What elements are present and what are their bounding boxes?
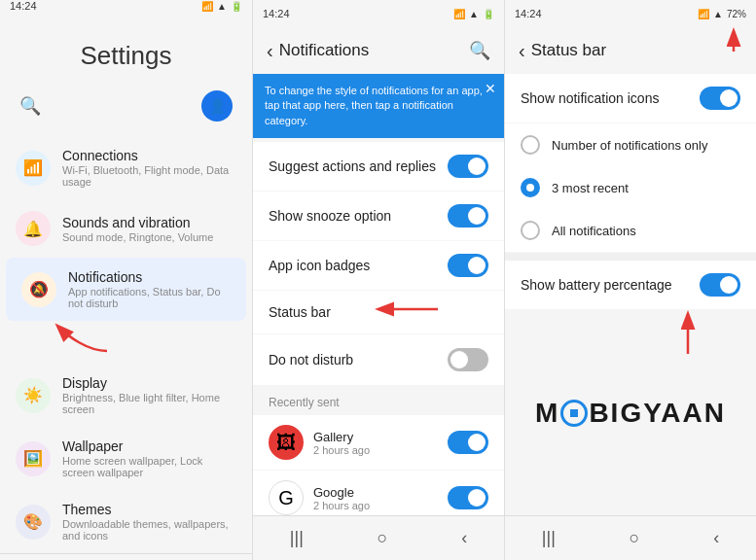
battery-pct-3: 72% <box>727 9 746 19</box>
bottom-nav-1: ||| ○ ‹ <box>0 553 252 560</box>
status-bar-menu-item[interactable]: Status bar <box>253 291 504 333</box>
statusbar-header-title: Status bar <box>531 41 607 60</box>
header-left: ‹ Notifications <box>267 40 369 62</box>
nav-home-3[interactable]: ○ <box>610 524 660 552</box>
radio-3-recent-circle <box>521 178 540 197</box>
suggest-actions-label: Suggest actions and replies <box>269 158 436 174</box>
logo-text: BIGYAAN <box>589 398 726 429</box>
wifi-icon-3: 📶 <box>698 9 709 19</box>
show-battery-item[interactable]: Show battery percentage <box>505 261 756 309</box>
sidebar-item-wallpaper[interactable]: 🖼️ Wallpaper Home screen wallpaper, Lock… <box>0 427 252 490</box>
gallery-app-item[interactable]: 🖼 Gallery 2 hours ago <box>253 415 504 470</box>
settings-title: Settings <box>0 12 252 90</box>
status-bar-1: 14:24 📶 ▲ 🔋 <box>0 0 252 12</box>
gallery-toggle[interactable] <box>448 431 488 454</box>
settings-panel: 14:24 📶 ▲ 🔋 Settings 🔍 👤 📶 Connections W… <box>0 0 252 560</box>
show-battery-toggle[interactable] <box>700 273 740 297</box>
notifications-label: Notifications <box>68 269 231 285</box>
connections-icon: 📶 <box>16 151 51 186</box>
arrow-to-statusbar <box>370 295 448 324</box>
do-not-disturb-toggle[interactable] <box>448 348 488 371</box>
connections-text: Connections Wi-Fi, Bluetooth, Flight mod… <box>62 148 236 188</box>
nav-back-2[interactable]: ‹ <box>442 524 486 552</box>
nav-back-3[interactable]: ‹ <box>694 524 738 552</box>
show-notification-icons-toggle[interactable] <box>700 87 740 110</box>
radio-3-recent[interactable]: 3 most recent <box>505 166 756 209</box>
google-app-item[interactable]: G Google 2 hours ago <box>253 471 504 515</box>
statusbar-header-left: ‹ Status bar <box>519 40 606 62</box>
sounds-text: Sounds and vibration Sound mode, Rington… <box>62 215 236 243</box>
status-bar-2: 14:24 📶 ▲ 🔋 <box>253 0 504 27</box>
show-snooze-toggle[interactable] <box>448 204 488 228</box>
sidebar-item-connections[interactable]: 📶 Connections Wi-Fi, Bluetooth, Flight m… <box>0 136 252 199</box>
wallpaper-label: Wallpaper <box>62 438 236 454</box>
google-icon: G <box>269 480 304 515</box>
battery-icon-1: 🔋 <box>231 1 242 12</box>
section-divider <box>505 253 756 261</box>
app-icon-badges-toggle[interactable] <box>448 254 488 277</box>
app-icon-badges-item[interactable]: App icon badges <box>253 241 504 290</box>
display-label: Display <box>62 375 236 391</box>
themes-subtitle: Downloadable themes, wallpapers, and ico… <box>62 518 236 542</box>
notifications-subtitle: App notifications, Status bar, Do not di… <box>68 286 231 309</box>
gallery-text: Gallery 2 hours ago <box>313 430 370 456</box>
radio-all[interactable]: All notifications <box>505 209 756 252</box>
connections-label: Connections <box>62 148 236 163</box>
statusbar-content: Show notification icons Number of notifi… <box>505 74 756 515</box>
sidebar-item-themes[interactable]: 🎨 Themes Downloadable themes, wallpapers… <box>0 490 252 553</box>
sidebar-item-notifications[interactable]: 🔕 Notifications App notifications, Statu… <box>6 258 246 321</box>
back-button-3[interactable]: ‹ <box>519 40 525 62</box>
show-notification-icons-label: Show notification icons <box>521 90 659 106</box>
app-icon-badges-label: App icon badges <box>269 258 370 273</box>
time-1: 14:24 <box>10 0 37 12</box>
do-not-disturb-item[interactable]: Do not disturb <box>253 334 504 385</box>
mobigyaan-logo: M BIGYAAN <box>535 398 726 429</box>
show-snooze-item[interactable]: Show snooze option <box>253 192 504 240</box>
radio-all-circle <box>521 221 540 240</box>
display-subtitle: Brightness, Blue light filter, Home scre… <box>62 392 236 415</box>
close-banner-button[interactable]: ✕ <box>485 80 496 99</box>
notifications-content: Suggest actions and replies Show snooze … <box>253 142 504 515</box>
header-search-icon[interactable]: 🔍 <box>469 40 490 61</box>
nav-recent-2[interactable]: ||| <box>270 524 323 552</box>
logo-m: M <box>535 398 559 429</box>
gallery-icon: 🖼 <box>269 425 304 460</box>
recently-sent-label: Recently sent <box>253 386 504 415</box>
logo-ring-dot <box>570 409 578 417</box>
sidebar-item-sounds[interactable]: 🔔 Sounds and vibration Sound mode, Ringt… <box>0 199 252 258</box>
show-notification-icons-item[interactable]: Show notification icons <box>505 74 756 122</box>
google-name: Google <box>313 485 370 500</box>
back-button-2[interactable]: ‹ <box>267 40 273 62</box>
radio-number-only-label: Number of notifications only <box>552 138 707 153</box>
notifications-panel: 14:24 📶 ▲ 🔋 ‹ Notifications 🔍 To change … <box>252 0 504 560</box>
show-snooze-label: Show snooze option <box>269 208 391 224</box>
bottom-nav-2: ||| ○ ‹ <box>253 515 504 560</box>
banner-text: To change the style of notifications for… <box>265 85 483 126</box>
signal-icon: ▲ <box>217 1 227 12</box>
avatar[interactable]: 👤 <box>201 90 233 122</box>
suggest-actions-item[interactable]: Suggest actions and replies <box>253 142 504 191</box>
gallery-name: Gallery <box>313 430 370 444</box>
notifications-header-title: Notifications <box>279 41 370 60</box>
info-banner: To change the style of notifications for… <box>253 74 504 138</box>
suggest-actions-toggle[interactable] <box>448 155 488 178</box>
nav-recent-3[interactable]: ||| <box>522 524 575 552</box>
signal-icon-2: ▲ <box>469 9 479 19</box>
notifications-icon: 🔕 <box>21 272 56 307</box>
nav-home-2[interactable]: ○ <box>358 524 408 552</box>
status-icons-3: 📶 ▲ 72% <box>698 9 746 19</box>
search-bar: 🔍 👤 <box>0 90 252 136</box>
notification-display-options: Number of notifications only 3 most rece… <box>505 123 756 252</box>
display-text: Display Brightness, Blue light filter, H… <box>62 375 236 415</box>
search-icon[interactable]: 🔍 <box>19 95 41 117</box>
notifications-header: ‹ Notifications 🔍 <box>253 27 504 74</box>
themes-text: Themes Downloadable themes, wallpapers, … <box>62 502 236 542</box>
wallpaper-text: Wallpaper Home screen wallpaper, Lock sc… <box>62 438 236 478</box>
status-bar-label: Status bar <box>269 304 331 320</box>
logo-ring <box>560 400 588 427</box>
google-toggle[interactable] <box>448 486 488 509</box>
sounds-label: Sounds and vibration <box>62 215 236 230</box>
radio-number-only[interactable]: Number of notifications only <box>505 123 756 166</box>
sidebar-item-display[interactable]: ☀️ Display Brightness, Blue light filter… <box>0 364 252 427</box>
statusbar-panel: 14:24 📶 ▲ 72% ‹ Status bar Show notifica… <box>504 0 756 560</box>
